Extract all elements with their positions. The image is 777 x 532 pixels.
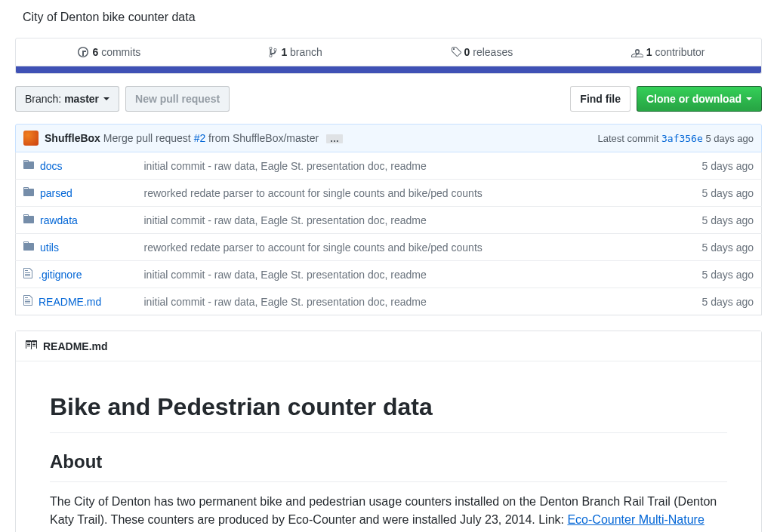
branches-label: branch — [290, 46, 322, 58]
book-icon — [25, 339, 37, 353]
history-icon — [77, 46, 89, 58]
repo-description: City of Denton bike counter data — [23, 11, 754, 24]
table-row: parsedreworked redate parser to account … — [16, 180, 762, 207]
clone-download-button[interactable]: Clone or download — [637, 86, 762, 112]
releases-stat[interactable]: 0 releases — [389, 38, 575, 66]
repo-toolbar: Branch: master New pull request Find fil… — [15, 86, 762, 112]
file-listing: docsinitial commit - raw data, Eagle St.… — [15, 152, 762, 315]
table-row: .gitignoreinitial commit - raw data, Eag… — [16, 261, 762, 288]
contributors-count: 1 — [646, 46, 652, 58]
file-link[interactable]: .gitignore — [39, 269, 82, 281]
stats-bar: 6 commits 1 branch 0 releases 1 contribu… — [15, 38, 762, 66]
avatar[interactable] — [23, 131, 39, 146]
table-row: rawdatainitial commit - raw data, Eagle … — [16, 207, 762, 234]
commit-message-a: Merge pull request — [103, 132, 194, 144]
file-link[interactable]: rawdata — [40, 214, 78, 226]
file-age: 5 days ago — [671, 180, 762, 207]
table-row: utilsreworked redate parser to account f… — [16, 234, 762, 261]
file-commit-msg[interactable]: initial commit - raw data, Eagle St. pre… — [137, 152, 671, 180]
branch-select-button[interactable]: Branch: master — [15, 86, 119, 112]
file-link[interactable]: utils — [40, 241, 59, 254]
file-commit-msg[interactable]: reworked redate parser to account for si… — [137, 180, 671, 207]
readme-h2: About — [50, 448, 727, 482]
commit-sha[interactable]: 3af356e — [661, 133, 703, 144]
commit-pr-link[interactable]: #2 — [194, 132, 206, 144]
commit-age: 5 days ago — [703, 133, 754, 144]
branch-name: master — [64, 91, 99, 106]
branches-count: 1 — [281, 46, 287, 58]
caret-down-icon — [103, 97, 109, 100]
readme-body: Bike and Pedestrian counter data About T… — [16, 361, 761, 532]
releases-count: 0 — [464, 46, 470, 58]
file-icon — [23, 294, 32, 309]
file-age: 5 days ago — [671, 288, 762, 315]
readme-h1: Bike and Pedestrian counter data — [50, 389, 727, 433]
find-file-button[interactable]: Find file — [570, 86, 631, 112]
latest-commit-prefix: Latest commit — [597, 133, 661, 144]
file-age: 5 days ago — [671, 261, 762, 288]
expand-commit-button[interactable]: … — [326, 134, 343, 143]
folder-icon — [23, 186, 34, 200]
table-row: docsinitial commit - raw data, Eagle St.… — [16, 152, 762, 180]
releases-label: releases — [473, 46, 513, 58]
tag-icon — [451, 46, 461, 58]
file-link[interactable]: parsed — [40, 187, 72, 199]
new-pull-request-button[interactable]: New pull request — [125, 86, 230, 112]
branches-stat[interactable]: 1 branch — [202, 38, 389, 66]
commits-stat[interactable]: 6 commits — [16, 38, 202, 66]
language-bar[interactable] — [15, 66, 762, 74]
file-icon — [23, 267, 32, 281]
file-link[interactable]: README.md — [39, 296, 101, 308]
readme-box: README.md Bike and Pedestrian counter da… — [15, 331, 762, 532]
branch-prefix: Branch: — [25, 91, 61, 106]
readme-filename: README.md — [43, 340, 108, 352]
contributors-stat[interactable]: 1 contributor — [575, 38, 761, 66]
commits-count: 6 — [92, 46, 98, 58]
folder-icon — [23, 240, 34, 254]
file-age: 5 days ago — [671, 207, 762, 234]
clone-download-label: Clone or download — [646, 91, 742, 106]
commit-author[interactable]: ShuffleBox — [45, 132, 100, 144]
file-link[interactable]: docs — [40, 160, 63, 172]
file-age: 5 days ago — [671, 152, 762, 180]
table-row: README.mdinitial commit - raw data, Eagl… — [16, 288, 762, 315]
readme-header: README.md — [16, 331, 761, 361]
branch-icon — [268, 46, 278, 58]
commit-message-b: from ShuffleBox/master — [205, 132, 319, 144]
file-age: 5 days ago — [671, 234, 762, 261]
commits-label: commits — [101, 46, 140, 58]
contributors-label: contributor — [655, 46, 705, 58]
folder-icon — [23, 213, 34, 227]
file-commit-msg[interactable]: initial commit - raw data, Eagle St. pre… — [137, 207, 671, 234]
file-commit-msg[interactable]: initial commit - raw data, Eagle St. pre… — [137, 288, 671, 315]
caret-down-icon — [746, 97, 752, 100]
folder-icon — [23, 158, 34, 173]
file-commit-msg[interactable]: initial commit - raw data, Eagle St. pre… — [137, 261, 671, 288]
latest-commit-row: ShuffleBox Merge pull request #2 from Sh… — [15, 124, 762, 152]
file-commit-msg[interactable]: reworked redate parser to account for si… — [137, 234, 671, 261]
people-icon — [631, 46, 643, 58]
